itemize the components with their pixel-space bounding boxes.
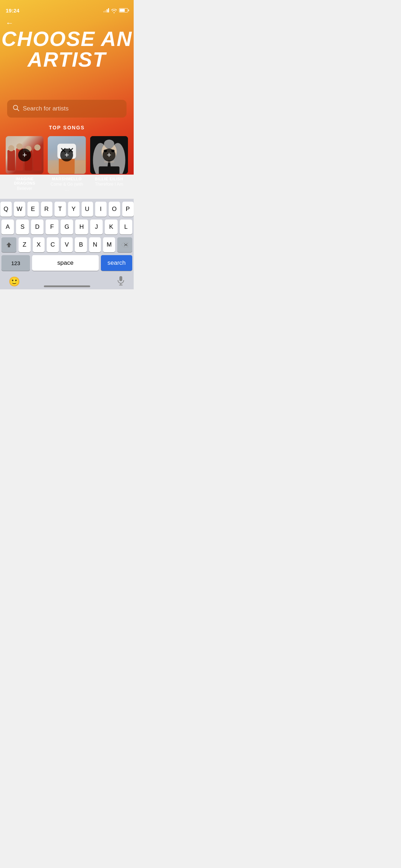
svg-rect-26: [99, 166, 119, 174]
status-icons: [103, 8, 128, 12]
add-button-marshmello[interactable]: +: [60, 149, 73, 161]
key-f[interactable]: F: [46, 219, 58, 234]
num-key[interactable]: 123: [1, 255, 30, 271]
key-t[interactable]: T: [55, 202, 66, 217]
key-g[interactable]: G: [61, 219, 73, 234]
emoji-button[interactable]: 🙂: [9, 276, 20, 287]
wifi-icon: [111, 8, 117, 12]
keyboard-row-2: A S D F G H J K L: [0, 219, 134, 234]
song-thumb-imagine-dragons: +: [6, 136, 43, 174]
key-v[interactable]: V: [61, 237, 73, 252]
song-card-imagine-dragons[interactable]: + IMAGINE DRAGONS Believer: [6, 136, 43, 192]
signal-icon: [103, 8, 109, 12]
key-e[interactable]: E: [27, 202, 39, 217]
top-songs-label: TOP SONGS: [0, 125, 134, 130]
song-thumb-billie-eilish: +: [90, 136, 128, 174]
key-n[interactable]: N: [89, 237, 101, 252]
keyboard-row-3: Z X C V B N M: [0, 237, 134, 252]
add-button-billie-eilish[interactable]: +: [103, 149, 115, 161]
search-placeholder: Search for artists: [23, 105, 69, 112]
songs-grid: + IMAGINE DRAGONS Believer: [0, 136, 134, 192]
key-o[interactable]: O: [109, 202, 120, 217]
key-l[interactable]: L: [120, 219, 132, 234]
add-button-imagine-dragons[interactable]: +: [18, 149, 31, 161]
svg-rect-23: [104, 140, 114, 148]
svg-rect-8: [33, 149, 41, 171]
song-title-billie-eilish: Therefore I Am: [90, 182, 128, 187]
key-s[interactable]: S: [16, 219, 29, 234]
song-card-billie-eilish[interactable]: + BILLIE EILISH Therefore I Am: [90, 136, 128, 192]
key-a[interactable]: A: [1, 219, 14, 234]
song-artist-marshmello: MARSHMELLO: [48, 177, 86, 181]
key-r[interactable]: R: [41, 202, 52, 217]
key-q[interactable]: Q: [0, 202, 12, 217]
keyboard-bottom-row: 123 space search: [0, 255, 134, 271]
battery-icon: [119, 8, 128, 12]
top-songs-section: TOP SONGS +: [0, 125, 134, 192]
keyboard: Q W E R T Y U I O P A S D F G H J K L: [0, 199, 134, 289]
key-i[interactable]: I: [95, 202, 107, 217]
svg-point-9: [34, 144, 40, 150]
key-x[interactable]: X: [33, 237, 45, 252]
microphone-button[interactable]: [117, 275, 125, 288]
song-thumb-marshmello: +: [48, 136, 86, 174]
keyboard-row-1: Q W E R T Y U I O P: [0, 202, 134, 217]
key-b[interactable]: B: [75, 237, 87, 252]
svg-rect-2: [7, 150, 15, 171]
back-button[interactable]: ←: [6, 19, 14, 28]
space-key[interactable]: space: [32, 255, 99, 271]
search-key[interactable]: search: [101, 255, 132, 271]
key-y[interactable]: Y: [68, 202, 79, 217]
key-c[interactable]: C: [47, 237, 59, 252]
key-m[interactable]: M: [103, 237, 115, 252]
key-w[interactable]: W: [14, 202, 25, 217]
song-title-marshmello: Come & Go (with …: [48, 182, 86, 192]
shift-key[interactable]: [1, 237, 16, 252]
status-bar: 19:24: [0, 0, 134, 16]
song-artist-billie-eilish: BILLIE EILISH: [90, 177, 128, 181]
key-j[interactable]: J: [90, 219, 103, 234]
key-z[interactable]: Z: [19, 237, 31, 252]
key-u[interactable]: U: [82, 202, 93, 217]
song-artist-imagine-dragons: IMAGINE DRAGONS: [6, 177, 43, 185]
key-k[interactable]: K: [105, 219, 117, 234]
key-d[interactable]: D: [31, 219, 43, 234]
svg-rect-30: [119, 276, 122, 281]
svg-line-1: [17, 109, 19, 111]
page-title: CHOOSE AN ARTIST: [0, 29, 134, 70]
search-bar[interactable]: Search for artists: [7, 100, 127, 118]
svg-point-3: [8, 145, 14, 151]
song-card-marshmello[interactable]: + MARSHMELLO Come & Go (with …: [48, 136, 86, 192]
key-h[interactable]: H: [75, 219, 88, 234]
key-p[interactable]: P: [122, 202, 134, 217]
song-title-imagine-dragons: Believer: [6, 186, 43, 191]
delete-key[interactable]: [117, 237, 132, 252]
search-icon: [13, 105, 19, 113]
svg-point-5: [16, 143, 22, 149]
status-time: 19:24: [6, 7, 19, 14]
home-indicator: [44, 285, 90, 287]
